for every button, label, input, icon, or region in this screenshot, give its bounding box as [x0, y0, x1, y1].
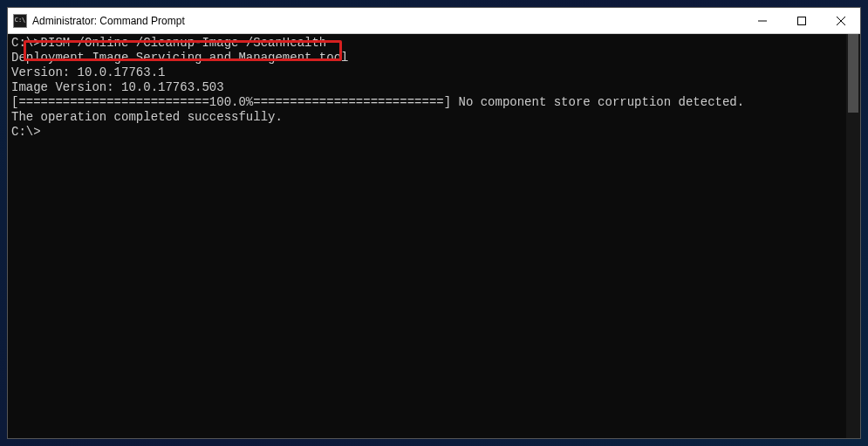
maximize-icon — [797, 17, 806, 25]
prompt-line: C:\>DISM /Online /Cleanup-Image /ScanHea… — [11, 36, 843, 51]
command-text: DISM /Online /Cleanup-Image /ScanHealth — [41, 36, 327, 50]
prompt-line: C:\> — [11, 125, 843, 140]
vertical-scrollbar[interactable] — [846, 34, 860, 438]
minimize-button[interactable] — [742, 8, 782, 33]
window-controls — [742, 8, 860, 33]
svg-rect-1 — [797, 17, 805, 24]
terminal-output[interactable]: C:\>DISM /Online /Cleanup-Image /ScanHea… — [8, 34, 846, 438]
scrollbar-thumb[interactable] — [848, 34, 858, 113]
minimize-icon — [758, 17, 767, 25]
close-button[interactable] — [821, 8, 860, 33]
close-icon — [837, 17, 845, 25]
maximize-button[interactable] — [782, 8, 821, 33]
terminal-line: Deployment Image Servicing and Managemen… — [11, 51, 843, 65]
command-prompt-icon: C:\ — [13, 14, 27, 28]
terminal-line: Version: 10.0.17763.1 — [11, 65, 843, 80]
command-prompt-window: C:\ Administrator: Command Prompt C:\>DI… — [7, 7, 861, 439]
terminal-line: The operation completed successfully. — [11, 110, 843, 125]
titlebar[interactable]: C:\ Administrator: Command Prompt — [8, 8, 860, 34]
terminal-area: C:\>DISM /Online /Cleanup-Image /ScanHea… — [8, 34, 860, 438]
prompt: C:\> — [11, 36, 41, 50]
terminal-line: Image Version: 10.0.17763.503 — [11, 80, 843, 95]
window-title: Administrator: Command Prompt — [32, 15, 742, 27]
icon-text: C:\ — [15, 17, 26, 24]
terminal-line: [==========================100.0%=======… — [11, 95, 843, 110]
